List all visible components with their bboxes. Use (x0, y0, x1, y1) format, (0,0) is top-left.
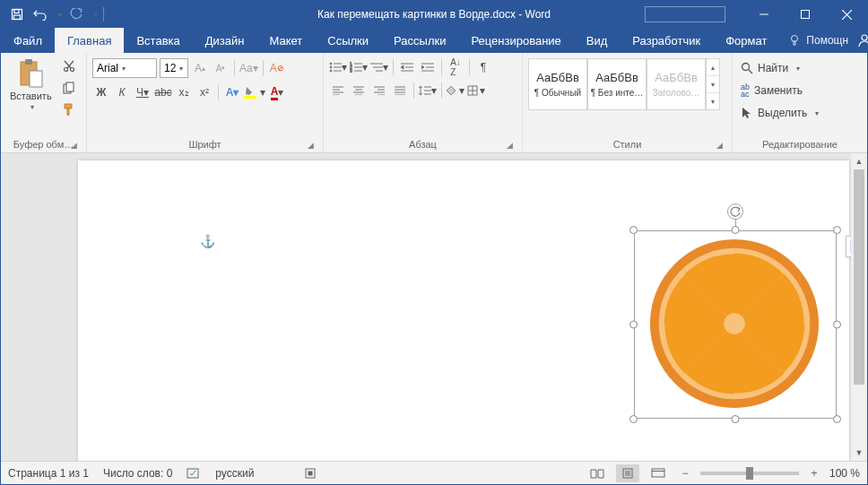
vertical-scrollbar[interactable]: ▲ ▼ (851, 153, 867, 461)
minimize-button[interactable] (743, 1, 785, 28)
status-page[interactable]: Страница 1 из 1 (8, 467, 89, 480)
style-heading1[interactable]: АаБбВв Заголово… (647, 58, 706, 110)
select-button[interactable]: Выделить▾ (738, 103, 821, 123)
copy-icon[interactable] (59, 78, 79, 98)
subscript-button[interactable]: x₂ (175, 83, 193, 101)
bold-button[interactable]: Ж (92, 83, 110, 101)
gallery-expand-icon[interactable]: ▾ (707, 93, 719, 109)
tab-review[interactable]: Рецензирование (458, 28, 573, 53)
shading-icon[interactable]: ▾ (447, 82, 464, 100)
clear-format-icon[interactable]: A⊘ (268, 59, 286, 77)
image-selection[interactable] (634, 230, 837, 419)
change-case-icon[interactable]: Aa▾ (239, 59, 258, 77)
gallery-row-up-icon[interactable]: ▴ (707, 59, 719, 76)
numbering-icon[interactable]: 123▾ (350, 58, 368, 76)
close-button[interactable] (826, 1, 867, 28)
underline-button[interactable]: Ч ▾ (134, 83, 152, 101)
borders-icon[interactable]: ▾ (467, 82, 485, 100)
tab-developer[interactable]: Разработчик (620, 28, 713, 53)
tab-layout[interactable]: Макет (256, 28, 315, 53)
zoom-thumb[interactable] (746, 467, 753, 480)
paste-button[interactable]: Вставить ▾ (6, 56, 56, 113)
handle-r[interactable] (833, 321, 841, 329)
shrink-font-icon[interactable]: A▾ (212, 59, 230, 77)
undo-dropdown-icon[interactable]: ▾ (58, 11, 62, 19)
proofing-icon[interactable] (187, 467, 201, 480)
status-language[interactable]: русский (215, 467, 254, 480)
sort-icon[interactable]: A↓Z (447, 58, 464, 76)
justify-icon[interactable] (391, 82, 409, 100)
view-read-icon[interactable] (586, 464, 609, 482)
bullets-icon[interactable]: ▾ (329, 58, 347, 76)
line-spacing-icon[interactable]: ▾ (419, 82, 437, 100)
scroll-up-icon[interactable]: ▲ (851, 153, 867, 169)
group-editing-label: Редактирование (762, 139, 838, 150)
document-area[interactable]: ⚓ (1, 153, 867, 461)
align-left-icon[interactable] (329, 82, 347, 100)
increase-indent-icon[interactable] (419, 58, 437, 76)
style-no-spacing[interactable]: АаБбВв ¶ Без инте… (587, 58, 647, 110)
show-marks-icon[interactable]: ¶ (474, 58, 492, 76)
tab-references[interactable]: Ссылки (315, 28, 381, 53)
superscript-button[interactable]: x² (195, 83, 213, 101)
cut-icon[interactable] (59, 56, 79, 76)
rotate-handle[interactable] (727, 204, 743, 220)
undo-icon[interactable] (31, 5, 49, 23)
status-words[interactable]: Число слов: 0 (103, 467, 172, 480)
handle-br[interactable] (833, 415, 841, 423)
tab-home[interactable]: Главная (55, 28, 124, 53)
save-icon[interactable] (8, 5, 26, 23)
handle-t[interactable] (732, 226, 740, 234)
redo-icon[interactable] (67, 5, 85, 23)
highlight-icon[interactable]: ▾ (244, 83, 265, 101)
find-button[interactable]: Найти▾ (738, 58, 821, 78)
qat-customize-icon[interactable]: ▾ (94, 11, 98, 19)
style-normal[interactable]: АаБбВв ¶ Обычный (528, 58, 587, 110)
tab-view[interactable]: Вид (574, 28, 621, 53)
zoom-value[interactable]: 100 % (829, 467, 860, 480)
scroll-down-icon[interactable]: ▼ (851, 445, 867, 461)
format-painter-icon[interactable] (59, 100, 79, 119)
tab-design[interactable]: Дизайн (193, 28, 257, 53)
zoom-in-button[interactable]: + (806, 467, 822, 480)
maximize-button[interactable] (785, 1, 826, 28)
page[interactable]: ⚓ (78, 160, 849, 461)
paragraph-launcher-icon[interactable]: ◢ (504, 140, 515, 151)
tell-me[interactable]: Помощн (779, 28, 857, 53)
gallery-row-down-icon[interactable]: ▾ (707, 76, 719, 93)
align-right-icon[interactable] (370, 82, 388, 100)
handle-l[interactable] (629, 321, 638, 329)
tab-format[interactable]: Формат (713, 28, 779, 53)
zoom-out-button[interactable]: − (677, 467, 693, 480)
font-size-select[interactable]: 12▾ (160, 58, 188, 78)
view-print-icon[interactable] (616, 464, 639, 482)
italic-button[interactable]: К (113, 83, 131, 101)
replace-button[interactable]: abac Заменить (738, 81, 821, 100)
text-effects-icon[interactable]: A▾ (223, 83, 241, 101)
font-name-select[interactable]: Arial▾ (92, 58, 157, 78)
account-icon[interactable] (857, 28, 868, 53)
decrease-indent-icon[interactable] (398, 58, 416, 76)
tab-mailings[interactable]: Рассылки (381, 28, 458, 53)
font-launcher-icon[interactable]: ◢ (305, 140, 316, 151)
strike-button[interactable]: abc (154, 83, 172, 101)
handle-tl[interactable] (629, 226, 638, 234)
styles-launcher-icon[interactable]: ◢ (714, 140, 725, 151)
scroll-thumb[interactable] (854, 169, 864, 385)
orange-image[interactable] (647, 236, 822, 411)
font-color-icon[interactable]: A▾ (268, 83, 286, 101)
grow-font-icon[interactable]: A▴ (191, 59, 209, 77)
zoom-slider[interactable] (700, 472, 799, 475)
tab-insert[interactable]: Вставка (124, 28, 192, 53)
titlebar: ▾ ▾ Как перемещать картинки в Ворде.docx… (1, 1, 867, 28)
handle-b[interactable] (732, 415, 740, 423)
align-center-icon[interactable] (350, 82, 368, 100)
clipboard-launcher-icon[interactable]: ◢ (68, 140, 79, 151)
handle-tr[interactable] (833, 226, 841, 234)
tab-file[interactable]: Файл (1, 28, 55, 53)
handle-bl[interactable] (629, 415, 638, 423)
quick-access-toolbar: ▾ ▾ (1, 5, 104, 23)
multilevel-icon[interactable]: ▾ (370, 58, 388, 76)
macro-icon[interactable] (304, 467, 317, 480)
view-web-icon[interactable] (647, 464, 670, 482)
